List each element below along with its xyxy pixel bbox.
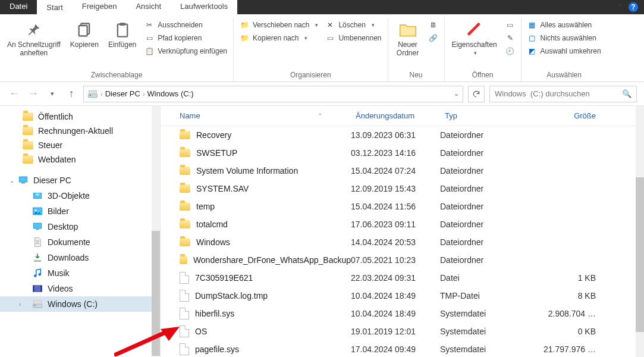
file-date: 10.04.2024 18:49 bbox=[351, 309, 440, 318]
table-row[interactable]: temp15.04.2024 11:56Dateiordner bbox=[161, 198, 644, 215]
table-row[interactable]: totalcmd17.06.2023 09:11Dateiordner bbox=[161, 215, 644, 233]
invert-selection-button[interactable]: ◩ Auswahl umkehren bbox=[525, 45, 604, 57]
column-headers: Name ⌃ Änderungsdatum Typ Größe bbox=[161, 106, 644, 126]
new-item-button[interactable]: 🗎 bbox=[426, 19, 441, 31]
tree-item-this-pc[interactable]: ⌄Dieser PC bbox=[0, 173, 160, 188]
folder-icon bbox=[23, 112, 33, 121]
file-type: Dateiordner bbox=[440, 148, 529, 158]
paste-button[interactable]: Einfügen bbox=[105, 19, 140, 50]
tree-item[interactable]: 3D-Objekte bbox=[0, 188, 160, 203]
crumb-sep-icon[interactable]: › bbox=[143, 90, 145, 98]
history-button[interactable]: 🕘 bbox=[503, 45, 517, 57]
table-row[interactable]: SWSETUP03.12.2023 14:16Dateiordner bbox=[161, 144, 644, 162]
tree-item[interactable]: Öffentlich bbox=[0, 109, 160, 124]
address-bar-row: ← → ▾ ↑ › Dieser PC › Windows (C:) ⌄ 🔍 bbox=[0, 82, 644, 106]
nav-back-button[interactable]: ← bbox=[7, 87, 21, 101]
3d-icon bbox=[32, 190, 43, 201]
crumb-sep-icon[interactable]: › bbox=[100, 90, 103, 98]
tree-scrollbar[interactable] bbox=[152, 106, 160, 357]
svg-rect-20 bbox=[33, 300, 42, 304]
pin-to-quickaccess-button[interactable]: An Schnellzugriff anheften bbox=[4, 19, 64, 58]
pictures-icon bbox=[32, 206, 43, 217]
downloads-icon bbox=[32, 252, 43, 263]
tab-home[interactable]: Start bbox=[37, 0, 72, 14]
rename-button[interactable]: ▭ Umbenennen bbox=[323, 32, 384, 44]
table-row[interactable]: DumpStack.log.tmp10.04.2024 18:49TMP-Dat… bbox=[161, 287, 644, 305]
help-icon[interactable]: ? bbox=[629, 2, 638, 12]
table-row[interactable]: SYSTEM.SAV12.09.2019 15:43Dateiordner bbox=[161, 180, 644, 198]
tree-item[interactable]: Videos bbox=[0, 281, 160, 296]
crumb-pc[interactable]: Dieser PC bbox=[105, 89, 140, 98]
search-input[interactable] bbox=[495, 89, 614, 98]
list-scrollbar[interactable] bbox=[636, 106, 644, 357]
table-row[interactable]: OS19.01.2019 12:01Systemdatei0 KB bbox=[161, 322, 644, 340]
address-history-dropdown[interactable]: ⌄ bbox=[454, 90, 459, 98]
search-box[interactable]: 🔍 bbox=[489, 86, 637, 102]
file-type: Dateiordner bbox=[440, 184, 529, 193]
nav-forward-button[interactable]: → bbox=[26, 87, 40, 101]
file-date: 03.12.2023 14:16 bbox=[351, 148, 440, 158]
table-row[interactable]: Wondershare_DrFone_WhatsApp_Backup07.05.… bbox=[161, 251, 644, 269]
tab-drive-tools[interactable]: Laufwerktools bbox=[171, 0, 237, 14]
tree-item[interactable]: ›Windows (C:) bbox=[0, 296, 160, 312]
tab-share[interactable]: Freigeben bbox=[73, 0, 127, 14]
move-to-button[interactable]: 📁 Verschieben nach bbox=[237, 19, 321, 31]
tree-item[interactable]: Rechnungen-Aktuell bbox=[0, 124, 160, 138]
tree-item[interactable]: Downloads bbox=[0, 250, 160, 265]
tab-file[interactable]: Datei bbox=[0, 0, 37, 14]
chevron-down-icon[interactable]: ⌄ bbox=[10, 177, 14, 184]
open-button[interactable]: ▭ bbox=[503, 19, 517, 31]
col-date[interactable]: Änderungsdatum bbox=[351, 111, 440, 120]
file-type: Dateiordner bbox=[440, 220, 529, 229]
file-type: Dateiordner bbox=[440, 237, 529, 247]
ribbon-collapse-icon[interactable]: ⌃ bbox=[617, 2, 624, 12]
tree-item-label: Musik bbox=[48, 268, 70, 278]
list-scroll-thumb[interactable] bbox=[636, 177, 644, 332]
table-row[interactable]: Recovery13.09.2023 06:31Dateiordner bbox=[161, 126, 644, 144]
folder-icon bbox=[180, 167, 190, 175]
nav-up-button[interactable]: ↑ bbox=[64, 87, 78, 101]
properties-button[interactable]: Eigenschaften bbox=[448, 19, 501, 57]
col-type[interactable]: Typ bbox=[440, 111, 529, 120]
tree-item[interactable]: Musik bbox=[0, 265, 160, 281]
copy-path-button[interactable]: ▭ Pfad kopieren bbox=[142, 32, 230, 44]
group-label-new: Neu bbox=[392, 70, 441, 82]
select-none-button[interactable]: ▢ Nichts auswählen bbox=[525, 32, 604, 44]
paste-shortcut-button[interactable]: 📋 Verknüpfung einfügen bbox=[142, 45, 230, 57]
svg-rect-18 bbox=[40, 286, 42, 292]
tree-item[interactable]: Dokumente bbox=[0, 234, 160, 250]
select-all-button[interactable]: ▦ Alles auswählen bbox=[525, 19, 604, 31]
easy-access-button[interactable]: 🔗 bbox=[426, 32, 441, 44]
nav-tree: ÖffentlichRechnungen-AktuellSteuerWebdat… bbox=[0, 106, 161, 357]
new-folder-button[interactable]: Neuer Ordner bbox=[392, 19, 424, 58]
tree-item[interactable]: Steuer bbox=[0, 138, 160, 152]
col-name[interactable]: Name ⌃ bbox=[161, 111, 351, 120]
nav-recent-dropdown[interactable]: ▾ bbox=[45, 87, 59, 101]
edit-icon: ✎ bbox=[505, 33, 515, 43]
tree-scroll-thumb[interactable] bbox=[152, 231, 160, 356]
file-name: SWSETUP bbox=[196, 148, 237, 158]
refresh-button[interactable] bbox=[468, 86, 485, 102]
address-bar[interactable]: › Dieser PC › Windows (C:) ⌄ bbox=[83, 86, 463, 102]
file-name: Windows bbox=[196, 237, 230, 247]
tree-item[interactable]: Desktop bbox=[0, 219, 160, 234]
tree-item[interactable]: Bilder bbox=[0, 203, 160, 219]
tab-view[interactable]: Ansicht bbox=[126, 0, 171, 14]
edit-button[interactable]: ✎ bbox=[503, 32, 517, 44]
table-row[interactable]: 7C305919E62122.03.2024 09:31Datei1 KB bbox=[161, 269, 644, 287]
svg-rect-12 bbox=[33, 223, 42, 228]
cut-button[interactable]: ✂ Ausschneiden bbox=[142, 19, 230, 31]
table-row[interactable]: hiberfil.sys10.04.2024 18:49Systemdatei2… bbox=[161, 305, 644, 322]
col-size[interactable]: Größe bbox=[529, 111, 601, 120]
file-date: 15.04.2024 11:56 bbox=[351, 202, 440, 211]
crumb-current[interactable]: Windows (C:) bbox=[147, 89, 194, 98]
group-label-open: Öffnen bbox=[448, 70, 517, 82]
tree-item[interactable]: Webdaten bbox=[0, 152, 160, 167]
copy-to-button[interactable]: 📁 Kopieren nach bbox=[237, 32, 321, 44]
table-row[interactable]: System Volume Information15.04.2024 07:2… bbox=[161, 162, 644, 180]
table-row[interactable]: Windows14.04.2024 20:53Dateiordner bbox=[161, 233, 644, 251]
chevron-right-icon[interactable]: › bbox=[19, 301, 21, 308]
delete-button[interactable]: ✕ Löschen bbox=[323, 19, 384, 31]
copy-button[interactable]: Kopieren bbox=[67, 19, 102, 50]
table-row[interactable]: pagefile.sys17.04.2024 09:49Systemdatei2… bbox=[161, 340, 644, 357]
